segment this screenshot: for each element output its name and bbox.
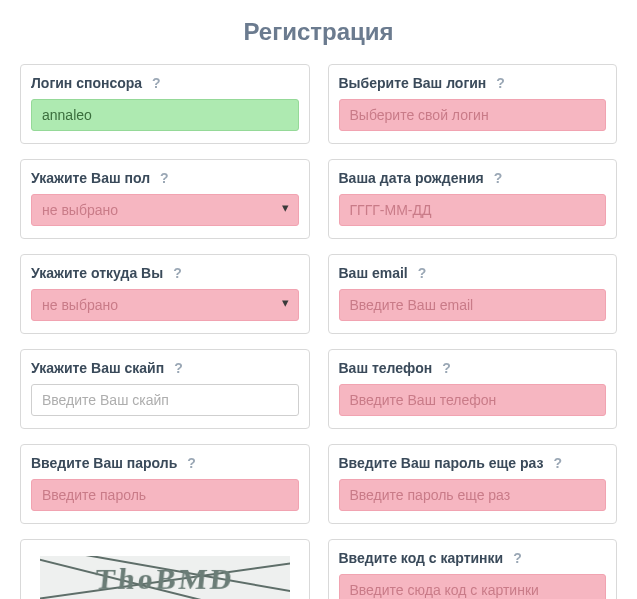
from-select[interactable]: не выбрано [31, 289, 299, 321]
page-title: Регистрация [20, 18, 617, 46]
field-choose-login: Выберите Ваш логин ? [328, 64, 618, 144]
help-icon[interactable]: ? [418, 265, 427, 281]
captcha-image-card: ThoBMD [20, 539, 310, 599]
help-icon[interactable]: ? [173, 265, 182, 281]
login-label: Выберите Ваш логин [339, 75, 487, 91]
help-icon[interactable]: ? [187, 455, 196, 471]
login-input[interactable] [339, 99, 607, 131]
birthdate-label: Ваша дата рождения [339, 170, 484, 186]
help-icon[interactable]: ? [174, 360, 183, 376]
captcha-text: ThoBMD [93, 562, 236, 596]
field-password-confirm: Введите Ваш пароль еще раз ? [328, 444, 618, 524]
field-skype: Укажите Ваш скайп ? [20, 349, 310, 429]
captcha-input[interactable] [339, 574, 607, 599]
help-icon[interactable]: ? [496, 75, 505, 91]
from-label: Укажите откуда Вы [31, 265, 163, 281]
help-icon[interactable]: ? [442, 360, 451, 376]
phone-input[interactable] [339, 384, 607, 416]
field-from: Укажите откуда Вы ? не выбрано [20, 254, 310, 334]
skype-label: Укажите Ваш скайп [31, 360, 164, 376]
help-icon[interactable]: ? [494, 170, 503, 186]
birthdate-input[interactable] [339, 194, 607, 226]
help-icon[interactable]: ? [152, 75, 161, 91]
password-confirm-input[interactable] [339, 479, 607, 511]
help-icon[interactable]: ? [553, 455, 562, 471]
field-password: Введите Ваш пароль ? [20, 444, 310, 524]
field-email: Ваш email ? [328, 254, 618, 334]
field-captcha: Введите код с картинки ? [328, 539, 618, 599]
password-label: Введите Ваш пароль [31, 455, 177, 471]
password-confirm-label: Введите Ваш пароль еще раз [339, 455, 544, 471]
field-gender: Укажите Ваш пол ? не выбрано [20, 159, 310, 239]
sponsor-input[interactable] [31, 99, 299, 131]
password-input[interactable] [31, 479, 299, 511]
field-sponsor-login: Логин спонсора ? [20, 64, 310, 144]
help-icon[interactable]: ? [513, 550, 522, 566]
phone-label: Ваш телефон [339, 360, 433, 376]
field-phone: Ваш телефон ? [328, 349, 618, 429]
skype-input[interactable] [31, 384, 299, 416]
gender-label: Укажите Ваш пол [31, 170, 150, 186]
gender-select[interactable]: не выбрано [31, 194, 299, 226]
registration-form: Логин спонсора ? Выберите Ваш логин ? Ук… [20, 64, 617, 599]
sponsor-label: Логин спонсора [31, 75, 142, 91]
field-birthdate: Ваша дата рождения ? [328, 159, 618, 239]
email-label: Ваш email [339, 265, 408, 281]
captcha-image: ThoBMD [40, 556, 290, 599]
captcha-label: Введите код с картинки [339, 550, 504, 566]
help-icon[interactable]: ? [160, 170, 169, 186]
email-input[interactable] [339, 289, 607, 321]
